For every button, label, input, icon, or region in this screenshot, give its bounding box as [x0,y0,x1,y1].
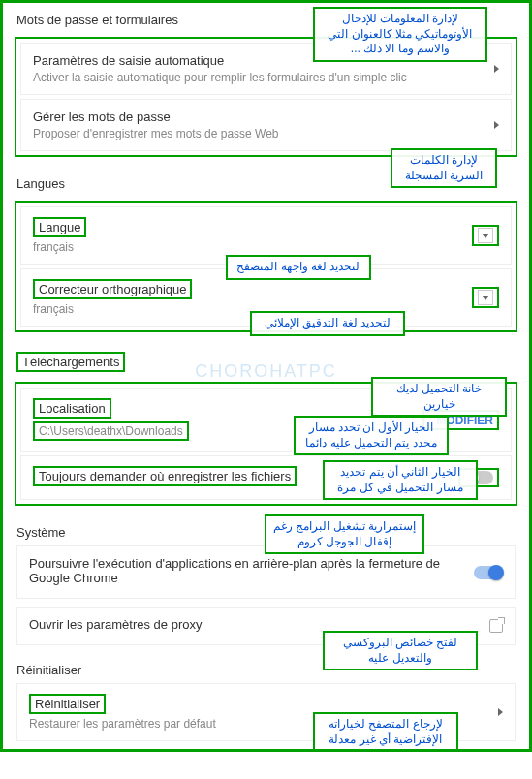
section-downloads-header: Téléchargements [3,342,529,378]
proxy-title: Ouvrir les paramètres de proxy [29,617,489,632]
language-title: Langue [33,217,86,237]
language-value: français [33,240,472,254]
external-link-icon [489,619,503,633]
dropdown-icon[interactable] [478,290,493,305]
manage-pw-title: Gérer les mots de passe [33,109,486,124]
annotation: إستمرارية تشغيل البرامج رغم إقفال الجوجل… [265,514,424,554]
dropdown-icon[interactable] [478,228,493,243]
manage-pw-sub: Proposer d'enregistrer mes mots de passe… [33,127,486,140]
autofill-sub: Activer la saisie automatique pour rempl… [33,71,486,84]
chevron-right-icon [498,708,503,716]
reset-title: Réinitialiser [29,694,106,714]
chevron-right-icon [494,65,499,73]
location-title: Localisation [33,398,111,419]
annotation: لتحديد لغة واجهة المتصفح [226,255,371,280]
annotation: لإدارة الكلمات السرية المسجلة [391,148,497,188]
annotation: لإرجاع المتصفح لخياراته الإفتراضية أي غي… [313,712,458,752]
annotation: لإدارة المعلومات للإدخال الأوتوماتيكي مث… [313,7,487,62]
spellcheck-title: Correcteur orthographique [33,279,192,299]
annotation: الخيار الأول ان تحدد مسار محدد يتم التحم… [294,416,449,455]
annotation: خانة التحميل لديك خيارين [371,377,507,417]
manage-passwords-row[interactable]: Gérer les mots de passe Proposer d'enreg… [20,99,512,151]
annotation: لفتح خصائص البروكسي والتعديل عليه [323,631,478,670]
location-value: C:\Users\deathx\Downloads [33,421,189,441]
chevron-right-icon [494,121,499,129]
annotation: الخيار الثاني أن يتم تحديد مسار التحميل … [323,460,478,500]
background-apps-title: Poursuivre l'exécution d'applications en… [29,556,474,585]
background-apps-toggle[interactable] [474,566,503,579]
annotation: لتحديد لغة التدقيق الإملائي [250,311,405,336]
ask-location-title: Toujours demander où enregistrer les fic… [33,466,297,486]
